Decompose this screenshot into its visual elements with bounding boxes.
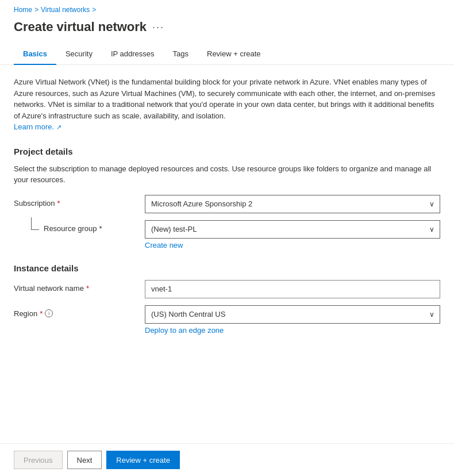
breadcrumb-home[interactable]: Home xyxy=(14,6,32,14)
breadcrumb-sep1: > xyxy=(34,6,39,14)
project-details-desc: Select the subscription to manage deploy… xyxy=(14,163,440,186)
external-link-icon: ↗ xyxy=(56,124,61,130)
rg-tree-line xyxy=(31,217,39,230)
region-info-icon[interactable]: i xyxy=(45,309,53,317)
learn-more-link[interactable]: Learn more. ↗ xyxy=(14,122,61,131)
main-content: Azure Virtual Network (VNet) is the fund… xyxy=(0,65,454,353)
review-create-button[interactable]: Review + create xyxy=(106,451,180,469)
breadcrumb-virtual-networks[interactable]: Virtual networks xyxy=(41,6,90,14)
vnet-name-control xyxy=(145,280,440,298)
subscription-label-text: Subscription xyxy=(14,199,55,208)
region-select-wrap: (US) North Central US xyxy=(145,305,440,324)
subscription-required: * xyxy=(57,199,60,208)
resource-group-select[interactable]: (New) test-PL xyxy=(145,220,440,239)
resource-group-row: Resource group * (New) test-PL Create ne… xyxy=(14,220,440,249)
more-options-icon[interactable]: ··· xyxy=(152,21,164,33)
tab-review-create[interactable]: Review + create xyxy=(198,44,270,65)
deploy-edge-zone-link[interactable]: Deploy to an edge zone xyxy=(145,326,440,335)
breadcrumb-sep2: > xyxy=(92,6,96,14)
subscription-select[interactable]: Microsoft Azure Sponsorship 2 xyxy=(145,195,440,213)
tab-basics[interactable]: Basics xyxy=(14,44,56,65)
tab-security[interactable]: Security xyxy=(56,44,102,65)
subscription-label: Subscription * xyxy=(14,195,140,208)
footer: Previous Next Review + create xyxy=(0,443,454,476)
vnet-name-required: * xyxy=(86,284,89,293)
project-details-section: Project details Select the subscription … xyxy=(14,147,440,249)
next-button[interactable]: Next xyxy=(67,451,102,469)
subscription-control: Microsoft Azure Sponsorship 2 xyxy=(145,195,440,213)
resource-group-select-wrap: (New) test-PL xyxy=(145,220,440,239)
page-header: Create virtual network ··· xyxy=(0,17,454,44)
resource-group-control: (New) test-PL Create new xyxy=(145,220,440,249)
page-title: Create virtual network xyxy=(14,20,147,34)
instance-details-title: Instance details xyxy=(14,263,440,273)
subscription-row: Subscription * Microsoft Azure Sponsorsh… xyxy=(14,195,440,213)
resource-group-required: * xyxy=(99,224,102,233)
vnet-name-label-text: Virtual network name xyxy=(14,284,84,293)
region-required: * xyxy=(40,309,43,318)
resource-group-label-wrap: Resource group * xyxy=(14,220,140,233)
instance-details-section: Instance details Virtual network name * … xyxy=(14,263,440,335)
subscription-select-wrap: Microsoft Azure Sponsorship 2 xyxy=(145,195,440,213)
breadcrumb: Home > Virtual networks > xyxy=(0,0,454,17)
tabs-bar: Basics Security IP addresses Tags Review… xyxy=(0,44,454,65)
vnet-name-input[interactable] xyxy=(145,280,440,298)
create-new-link[interactable]: Create new xyxy=(145,241,440,249)
project-details-title: Project details xyxy=(14,147,440,156)
region-label-text: Region xyxy=(14,309,37,318)
tab-tags[interactable]: Tags xyxy=(164,44,198,65)
vnet-name-row: Virtual network name * xyxy=(14,280,440,298)
region-control: (US) North Central US Deploy to an edge … xyxy=(145,305,440,335)
previous-button[interactable]: Previous xyxy=(14,451,63,469)
description-box: Azure Virtual Network (VNet) is the fund… xyxy=(14,76,440,133)
vnet-name-label: Virtual network name * xyxy=(14,280,140,293)
learn-more-text: Learn more. xyxy=(14,122,54,131)
description-text: Azure Virtual Network (VNet) is the fund… xyxy=(14,78,435,120)
region-label: Region * i xyxy=(14,305,140,318)
region-select[interactable]: (US) North Central US xyxy=(145,305,440,324)
resource-group-label-text: Resource group xyxy=(44,224,97,233)
region-row: Region * i (US) North Central US Deploy … xyxy=(14,305,440,335)
tab-ip-addresses[interactable]: IP addresses xyxy=(102,44,164,65)
